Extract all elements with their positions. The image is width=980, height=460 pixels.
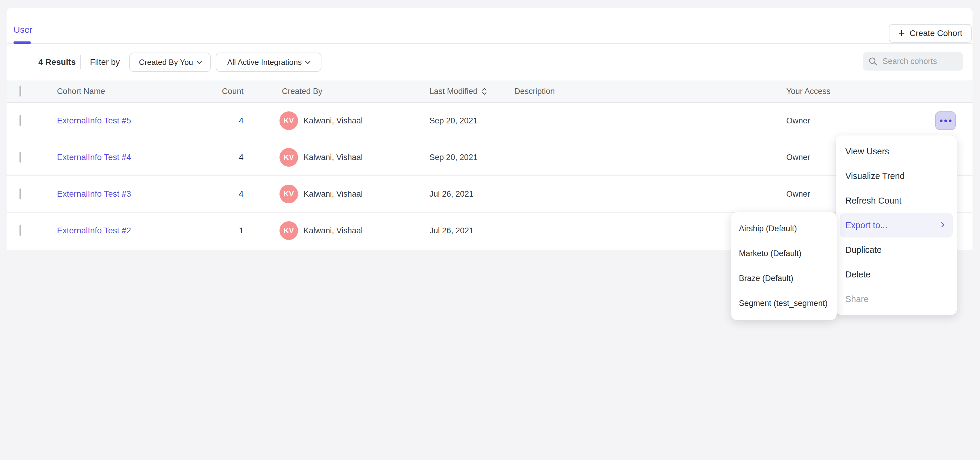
row-checkbox[interactable] [19, 152, 21, 163]
filter-toolbar: 4 Results Filter by Created By You All A… [6, 44, 972, 80]
access-cell: Owner [786, 116, 810, 126]
menu-item-view-users[interactable]: View Users [836, 139, 957, 164]
created-by-filter-label: Created By You [139, 58, 193, 67]
menu-item-refresh-count[interactable]: Refresh Count [836, 188, 957, 213]
tab-bar: User [6, 8, 972, 44]
row-checkbox[interactable] [19, 115, 21, 126]
created-by-filter-dropdown[interactable]: Created By You [129, 53, 211, 72]
column-header-created-by: Created By [282, 87, 322, 96]
cohort-count: 4 [181, 189, 243, 199]
active-tab-underline [13, 42, 31, 44]
access-cell: Owner [786, 190, 810, 199]
avatar: KV [280, 148, 298, 167]
cohort-name-link[interactable]: ExternalInfo Test #4 [57, 153, 131, 162]
column-header-last-modified[interactable]: Last Modified [430, 87, 487, 96]
creator-name: Kalwani, Vishaal [304, 190, 363, 199]
chevron-right-icon [939, 222, 944, 227]
submenu-item-marketo[interactable]: Marketo (Default) [731, 241, 837, 266]
table-header: Cohort Name Count Created By Last Modifi… [6, 80, 972, 103]
cohort-name-link[interactable]: ExternalInfo Test #5 [57, 116, 131, 126]
last-modified-date: Jul 26, 2021 [430, 226, 474, 235]
toolbar-divider [80, 55, 81, 69]
menu-item-visualize-trend[interactable]: Visualize Trend [836, 164, 957, 188]
cohort-name-link[interactable]: ExternalInfo Test #3 [57, 189, 131, 199]
create-cohort-button[interactable]: + Create Cohort [889, 24, 972, 43]
create-cohort-label: Create Cohort [910, 29, 962, 38]
access-cell: Owner [786, 153, 810, 162]
menu-item-duplicate[interactable]: Duplicate [836, 238, 957, 262]
table-row[interactable]: ExternalInfo Test #3 4 KV Kalwani, Visha… [6, 176, 972, 212]
integrations-filter-dropdown[interactable]: All Active Integrations [216, 53, 321, 72]
creator-name: Kalwani, Vishaal [304, 226, 363, 235]
row-actions-button[interactable] [935, 112, 956, 130]
search-input[interactable] [883, 57, 955, 66]
menu-item-export-to[interactable]: Export to... [840, 213, 953, 238]
last-modified-date: Jul 26, 2021 [430, 190, 474, 199]
avatar: KV [280, 221, 298, 240]
last-modified-label: Last Modified [430, 87, 478, 96]
submenu-item-airship[interactable]: Airship (Default) [731, 216, 837, 241]
row-checkbox[interactable] [19, 225, 21, 236]
dot-icon [949, 120, 951, 122]
table-row[interactable]: ExternalInfo Test #4 4 KV Kalwani, Visha… [6, 139, 972, 176]
creator-name: Kalwani, Vishaal [304, 153, 363, 162]
export-submenu: Airship (Default) Marketo (Default) Braz… [731, 212, 837, 320]
last-modified-date: Sep 20, 2021 [430, 153, 478, 162]
chevron-down-icon [305, 59, 311, 64]
submenu-item-segment[interactable]: Segment (test_segment) [731, 291, 837, 316]
integrations-filter-label: All Active Integrations [227, 58, 302, 67]
cohort-count: 4 [181, 116, 243, 126]
column-header-count: Count [181, 87, 243, 96]
select-all-checkbox[interactable] [19, 86, 21, 97]
row-checkbox[interactable] [19, 188, 21, 200]
results-count: 4 Results [38, 58, 76, 67]
avatar: KV [280, 185, 298, 203]
table-row[interactable]: ExternalInfo Test #5 4 KV Kalwani, Visha… [6, 103, 972, 139]
avatar: KV [280, 112, 298, 130]
search-box [863, 52, 963, 70]
row-context-menu: View Users Visualize Trend Refresh Count… [836, 136, 957, 315]
plus-icon: + [898, 27, 905, 39]
filter-by-label: Filter by [90, 58, 120, 67]
last-modified-date: Sep 20, 2021 [430, 116, 478, 126]
cohort-name-link[interactable]: ExternalInfo Test #2 [57, 226, 131, 235]
dot-icon [940, 120, 942, 122]
menu-item-share: Share [836, 287, 957, 311]
submenu-item-braze[interactable]: Braze (Default) [731, 266, 837, 291]
tab-user[interactable]: User [13, 25, 32, 35]
dot-icon [944, 120, 947, 122]
column-header-description: Description [514, 87, 555, 96]
search-icon [868, 56, 878, 66]
export-to-label: Export to... [845, 220, 887, 230]
column-header-your-access: Your Access [786, 87, 830, 96]
column-header-cohort-name: Cohort Name [57, 87, 105, 96]
cohort-count: 1 [181, 226, 243, 235]
chevron-down-icon [196, 59, 202, 64]
sort-icon [481, 87, 487, 96]
creator-name: Kalwani, Vishaal [304, 116, 363, 126]
cohort-count: 4 [181, 153, 243, 162]
menu-item-delete[interactable]: Delete [836, 262, 957, 287]
